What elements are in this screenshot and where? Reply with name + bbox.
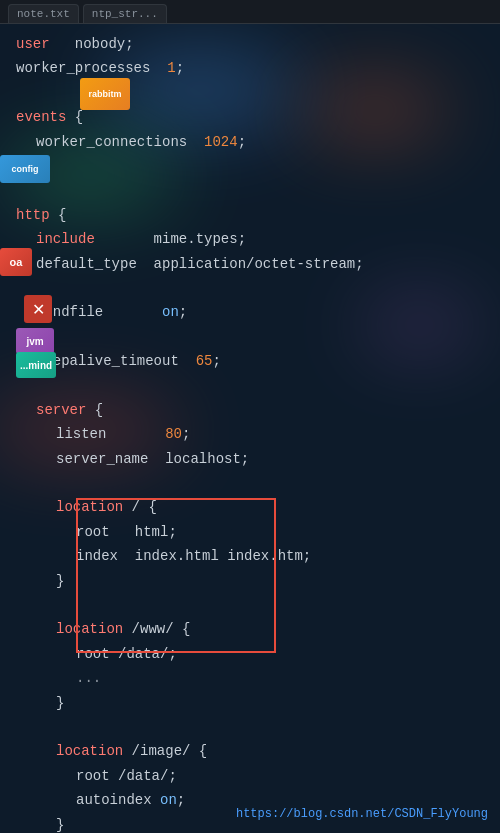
code-line-14: keepalive_timeout 65; xyxy=(16,349,500,373)
code-line-18: server_name localhost; xyxy=(16,447,500,471)
code-line-1: user nobody; xyxy=(16,32,500,56)
code-line-26: root /data/; xyxy=(16,642,500,666)
code-line-16: server { xyxy=(16,398,500,422)
code-line-22: index index.html index.htm; xyxy=(16,544,500,568)
code-line-7 xyxy=(16,178,500,202)
code-line-15 xyxy=(16,373,500,397)
tab-bar: note.txt ntp_str... xyxy=(0,0,500,24)
floating-jvm: jvm xyxy=(16,328,54,354)
code-line-28: } xyxy=(16,691,500,715)
code-line-6: } xyxy=(16,154,500,178)
code-line-5: worker_connections 1024; xyxy=(16,130,500,154)
code-block: user nobody; worker_processes 1; events … xyxy=(0,24,500,833)
code-line-20: location / { xyxy=(16,495,500,519)
code-line-21: root html; xyxy=(16,520,500,544)
code-line-27: ... xyxy=(16,666,500,690)
code-line-31: root /data/; xyxy=(16,764,500,788)
tab-ntp[interactable]: ntp_str... xyxy=(83,4,167,23)
code-line-29 xyxy=(16,715,500,739)
code-line-24 xyxy=(16,593,500,617)
code-container: note.txt ntp_str... rabbitm config oa ✕ … xyxy=(0,0,500,833)
floating-mind: ...mind xyxy=(16,352,56,378)
code-line-17: listen 80; xyxy=(16,422,500,446)
code-line-25: location /www/ { xyxy=(16,617,500,641)
code-line-8: http { xyxy=(16,203,500,227)
floating-config: config xyxy=(0,155,50,183)
floating-x-icon: ✕ xyxy=(24,295,52,323)
code-line-19 xyxy=(16,471,500,495)
code-line-12: sendfile on; xyxy=(16,300,500,324)
code-line-13 xyxy=(16,325,500,349)
code-line-10: default_type application/octet-stream; xyxy=(16,252,500,276)
floating-rabbitm: rabbitm xyxy=(80,78,130,110)
tab-note[interactable]: note.txt xyxy=(8,4,79,23)
floating-oa: oa xyxy=(0,248,32,276)
code-line-11 xyxy=(16,276,500,300)
footer-url: https://blog.csdn.net/CSDN_FlyYoung xyxy=(236,807,488,821)
code-line-30: location /image/ { xyxy=(16,739,500,763)
code-line-9: include mime.types; xyxy=(16,227,500,251)
code-line-23: } xyxy=(16,569,500,593)
